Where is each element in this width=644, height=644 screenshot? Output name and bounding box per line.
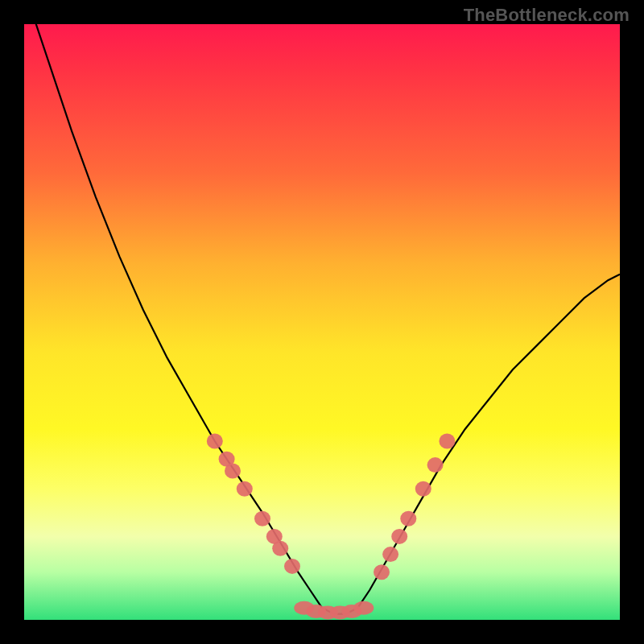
marker-right: [382, 547, 398, 562]
marker-right: [400, 511, 416, 526]
marker-bottom: [353, 601, 374, 615]
watermark-text: TheBottleneck.com: [464, 5, 630, 26]
marker-right: [427, 457, 444, 473]
marker-left: [207, 434, 223, 449]
marker-right: [439, 434, 455, 449]
marker-left: [284, 559, 300, 574]
bottleneck-curve: [24, 24, 620, 614]
plot-area: [24, 24, 620, 620]
marker-right: [391, 529, 407, 544]
chart-frame: TheBottleneck.com: [0, 0, 644, 644]
marker-left: [225, 464, 241, 479]
marker-left: [237, 481, 253, 497]
chart-svg: [24, 24, 620, 620]
marker-right: [374, 564, 390, 580]
marker-right: [415, 481, 431, 497]
marker-left: [272, 541, 288, 556]
marker-left: [254, 511, 270, 526]
